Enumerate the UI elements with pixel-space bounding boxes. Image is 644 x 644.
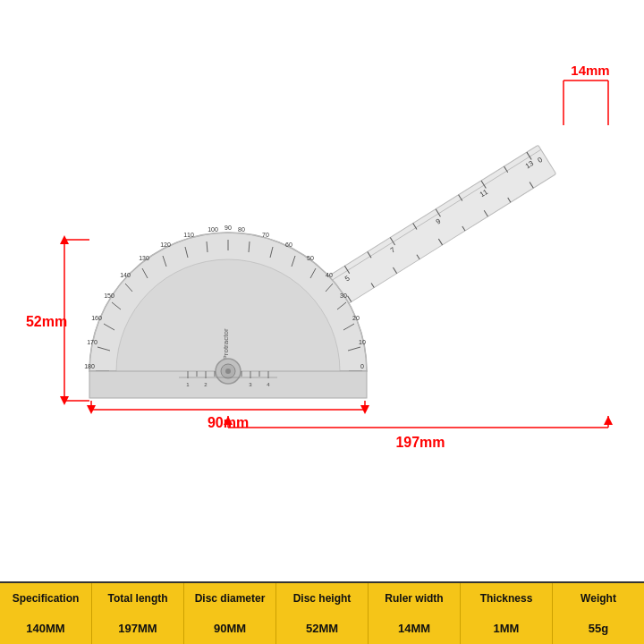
spec-header-cell-2: Disc diameter: [184, 583, 276, 613]
svg-text:130: 130: [139, 255, 149, 261]
svg-text:10: 10: [359, 339, 366, 345]
spec-header-cell-1: Total length: [92, 583, 184, 613]
spec-table: SpecificationTotal lengthDisc diameterDi…: [0, 581, 644, 644]
svg-text:40: 40: [326, 272, 333, 278]
svg-text:52mm: 52mm: [26, 314, 67, 329]
spec-header-cell-3: Disc height: [276, 583, 369, 613]
svg-text:100: 100: [208, 226, 218, 233]
svg-text:50: 50: [307, 255, 314, 261]
spec-header-cell-0: Specification: [0, 583, 92, 613]
svg-text:70: 70: [262, 232, 269, 238]
svg-text:60: 60: [285, 242, 292, 248]
spec-header-cell-4: Ruler width: [369, 583, 461, 613]
svg-text:197mm: 197mm: [395, 435, 445, 450]
product-image-area: 1 2 3 5 7 9 11 13 0: [0, 0, 644, 581]
svg-point-80: [225, 369, 231, 374]
product-illustration: 1 2 3 5 7 9 11 13 0: [0, 0, 644, 581]
spec-value-cell-0: 140MM: [0, 613, 92, 644]
svg-text:0: 0: [360, 363, 364, 369]
svg-text:90: 90: [225, 225, 232, 231]
spec-header-row: SpecificationTotal lengthDisc diameterDi…: [0, 581, 644, 613]
svg-text:170: 170: [87, 339, 97, 345]
svg-text:14mm: 14mm: [571, 63, 609, 78]
svg-text:80: 80: [238, 226, 245, 233]
svg-text:140: 140: [120, 272, 131, 278]
svg-text:180: 180: [84, 363, 95, 369]
spec-header-cell-5: Thickness: [461, 583, 553, 613]
spec-value-cell-1: 197MM: [92, 613, 184, 644]
spec-values-row: 140MM197MM90MM52MM14MM1MM55g: [0, 613, 644, 644]
svg-text:20: 20: [352, 315, 360, 321]
svg-text:Protractor: Protractor: [222, 328, 230, 360]
svg-text:90mm: 90mm: [208, 415, 249, 430]
svg-text:30: 30: [340, 292, 347, 299]
spec-value-cell-4: 14MM: [369, 613, 461, 644]
spec-header-cell-6: Weight: [553, 583, 644, 613]
svg-text:110: 110: [183, 232, 194, 238]
spec-value-cell-3: 52MM: [276, 613, 369, 644]
spec-value-cell-6: 55g: [553, 613, 644, 644]
svg-text:120: 120: [160, 242, 171, 248]
svg-text:160: 160: [91, 315, 102, 321]
spec-value-cell-2: 90MM: [184, 613, 276, 644]
spec-value-cell-5: 1MM: [461, 613, 553, 644]
svg-text:150: 150: [104, 292, 114, 299]
